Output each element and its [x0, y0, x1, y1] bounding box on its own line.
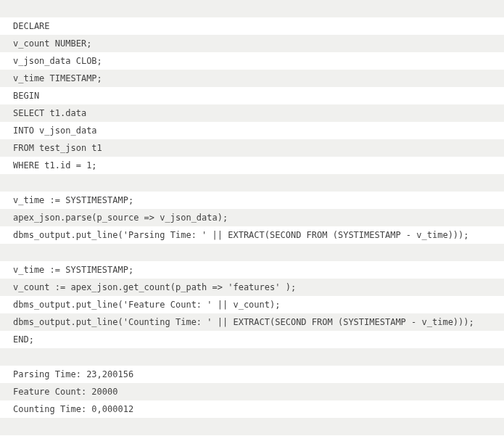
code-line: INTO v_json_data	[0, 122, 504, 139]
code-line	[0, 418, 504, 435]
code-line: DECLARE	[0, 17, 504, 35]
code-line: BEGIN	[0, 87, 504, 104]
code-line: END;	[0, 331, 504, 348]
code-line: apex_json.parse(p_source => v_json_data)…	[0, 209, 504, 226]
code-line: Parsing Time: 23,200156	[0, 366, 504, 383]
code-line: v_json_data CLOB;	[0, 52, 504, 70]
code-line: v_time TIMESTAMP;	[0, 70, 504, 87]
code-line: v_count := apex_json.get_count(p_path =>…	[0, 279, 504, 296]
code-line: dbms_output.put_line('Parsing Time: ' ||…	[0, 226, 504, 244]
code-line	[0, 174, 504, 192]
code-line: SELECT t1.data	[0, 104, 504, 122]
code-line: v_count NUMBER;	[0, 35, 504, 52]
code-block: DECLAREv_count NUMBER;v_json_data CLOB;v…	[0, 0, 504, 435]
code-line: FROM test_json t1	[0, 139, 504, 157]
code-line: v_time := SYSTIMESTAMP;	[0, 261, 504, 279]
code-line: dbms_output.put_line('Feature Count: ' |…	[0, 296, 504, 313]
code-line: WHERE t1.id = 1;	[0, 157, 504, 174]
code-line	[0, 244, 504, 261]
code-line	[0, 348, 504, 366]
code-line: Counting Time: 0,000012	[0, 400, 504, 418]
code-line: dbms_output.put_line('Counting Time: ' |…	[0, 313, 504, 331]
code-line: Feature Count: 20000	[0, 383, 504, 400]
code-line	[0, 0, 504, 17]
code-line: v_time := SYSTIMESTAMP;	[0, 192, 504, 209]
